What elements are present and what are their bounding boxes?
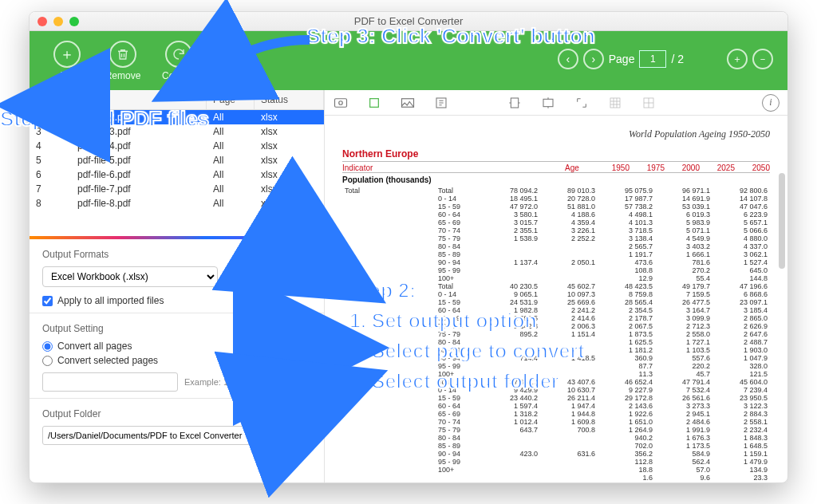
svg-rect-9 xyxy=(610,98,620,108)
page-prev-button[interactable]: ‹ xyxy=(558,49,578,69)
page-number-input[interactable] xyxy=(639,50,666,68)
table-row[interactable]: 4pdf-file-4.pdfAllxlsx xyxy=(30,139,324,153)
content-area: Index Name Page Status 2pdf-file-2.pdfAl… xyxy=(30,90,787,482)
apply-all-label: Apply to all imported files xyxy=(57,295,164,306)
svg-rect-4 xyxy=(370,98,379,107)
actual-size-icon[interactable] xyxy=(574,95,590,111)
region-name: Northern Europe xyxy=(342,148,770,162)
apply-all-checkbox[interactable] xyxy=(42,296,53,306)
select-text-icon[interactable] xyxy=(333,95,349,111)
preview-panel: i World Population Ageing 1950-2050 Nort… xyxy=(325,90,787,482)
page-next-button[interactable]: › xyxy=(583,49,604,69)
svg-point-1 xyxy=(270,432,276,438)
trash-icon xyxy=(109,41,136,68)
titlebar: PDF to Excel Converter xyxy=(30,12,787,31)
year-2025: 2025 xyxy=(700,163,735,172)
svg-point-0 xyxy=(233,275,237,279)
settings-gear-icon[interactable] xyxy=(226,268,243,285)
add-button[interactable]: ＋ Add xyxy=(39,41,95,81)
page-range-example: Example: 1,3-5,10 xyxy=(184,377,255,387)
page-total: / 2 xyxy=(671,53,684,65)
main-toolbar: ＋ Add Remove Convert ‹ › Page / 2 ＋ － xyxy=(30,31,787,90)
table-row[interactable]: 7pdf-file-7.pdfAllxlsx xyxy=(30,182,324,196)
convert-all-label: Convert all pages xyxy=(57,341,132,352)
grid-icon[interactable] xyxy=(607,95,623,111)
col-name[interactable]: Name xyxy=(71,90,207,109)
page-range-input[interactable] xyxy=(42,372,178,392)
ocr-icon[interactable] xyxy=(433,95,449,111)
page-navigation: ‹ › Page / 2 xyxy=(558,49,684,69)
convert-selected-label: Convert selected pages xyxy=(57,355,158,366)
output-formats-panel: Output Formats Excel Workbook (.xlsx) Ap… xyxy=(30,239,324,313)
year-1975: 1975 xyxy=(630,163,665,172)
fit-width-icon[interactable] xyxy=(507,95,523,111)
preview-scrollbar[interactable] xyxy=(779,173,785,269)
table-row[interactable]: 6pdf-file-6.pdfAllxlsx xyxy=(30,167,324,182)
preview-document[interactable]: World Population Ageing 1950-2050 Northe… xyxy=(325,116,787,482)
remove-button[interactable]: Remove xyxy=(95,41,151,81)
age-header: Age xyxy=(550,163,594,172)
refresh-icon xyxy=(165,41,192,68)
left-panel: Index Name Page Status 2pdf-file-2.pdfAl… xyxy=(30,90,325,482)
output-format-select[interactable]: Excel Workbook (.xlsx) xyxy=(42,266,218,287)
page-label: Page xyxy=(609,53,635,65)
convert-all-row[interactable]: Convert all pages xyxy=(42,341,311,352)
remove-label: Remove xyxy=(105,70,141,81)
output-setting-title: Output Setting xyxy=(42,323,311,334)
output-folder-title: Output Folder xyxy=(42,408,311,419)
indicator-header: Indicator Age 1950 1975 2000 2025 2050 xyxy=(342,163,770,173)
svg-point-3 xyxy=(339,100,343,104)
svg-rect-5 xyxy=(402,98,414,107)
fit-page-icon[interactable] xyxy=(540,95,556,111)
col-status[interactable]: Status xyxy=(255,90,324,109)
data-table: MaleTotal37 863.743 407.646 652.447 791.… xyxy=(342,378,770,482)
year-1950: 1950 xyxy=(594,163,630,172)
zoom-in-button[interactable]: ＋ xyxy=(727,49,748,69)
info-icon[interactable]: i xyxy=(762,94,780,112)
convert-selected-row[interactable]: Convert selected pages xyxy=(42,355,311,366)
output-folder-panel: Output Folder xyxy=(30,399,324,451)
layout-icon[interactable] xyxy=(641,95,657,111)
zoom-out-button[interactable]: － xyxy=(752,49,773,69)
year-2050: 2050 xyxy=(735,163,770,172)
table-row[interactable]: 2pdf-file-2.pdfAllxlsx xyxy=(30,110,324,124)
data-table: TotalTotal78 094.289 010.395 075.996 971… xyxy=(342,187,770,282)
crop-icon[interactable] xyxy=(366,95,382,111)
output-folder-input[interactable] xyxy=(42,426,257,445)
zoom-controls: ＋ － xyxy=(727,49,773,69)
convert-selected-radio[interactable] xyxy=(42,356,53,366)
data-table: FemaleTotal40 230.545 602.748 423.549 17… xyxy=(342,282,770,378)
svg-rect-2 xyxy=(335,98,347,107)
add-label: Add xyxy=(58,70,75,81)
apply-all-row[interactable]: Apply to all imported files xyxy=(42,295,311,306)
indicator-label: Indicator xyxy=(342,163,550,172)
convert-label: Convert xyxy=(162,70,195,81)
svg-rect-8 xyxy=(543,99,553,106)
table-row[interactable]: 5pdf-file-5.pdfAllxlsx xyxy=(30,153,324,167)
convert-all-radio[interactable] xyxy=(42,341,53,352)
col-page[interactable]: Page xyxy=(207,90,255,109)
table-row[interactable]: 8pdf-file-8.pdfAllxlsx xyxy=(30,196,324,211)
population-header: Population (thousands) xyxy=(342,173,770,187)
table-row[interactable]: 3pdf-file-3.pdfAllxlsx xyxy=(30,124,324,139)
window-title: PDF to Excel Converter xyxy=(30,15,787,27)
year-2000: 2000 xyxy=(665,163,700,172)
convert-button[interactable]: Convert xyxy=(151,41,207,81)
col-index[interactable]: Index xyxy=(30,90,71,109)
image-icon[interactable] xyxy=(400,95,416,111)
file-table-header: Index Name Page Status xyxy=(30,90,324,110)
output-setting-panel: Output Setting Convert all pages Convert… xyxy=(30,313,324,399)
output-formats-title: Output Formats xyxy=(42,249,311,260)
reveal-folder-button[interactable] xyxy=(263,426,284,445)
file-table-body[interactable]: 2pdf-file-2.pdfAllxlsx3pdf-file-3.pdfAll… xyxy=(30,110,324,236)
preview-toolbar: i xyxy=(325,90,787,116)
plus-icon: ＋ xyxy=(53,41,81,68)
choose-folder-button[interactable] xyxy=(290,426,311,445)
app-window: PDF to Excel Converter ＋ Add Remove Conv… xyxy=(29,11,788,483)
doc-title: World Population Ageing 1950-2050 xyxy=(342,128,770,140)
svg-rect-7 xyxy=(511,98,518,108)
